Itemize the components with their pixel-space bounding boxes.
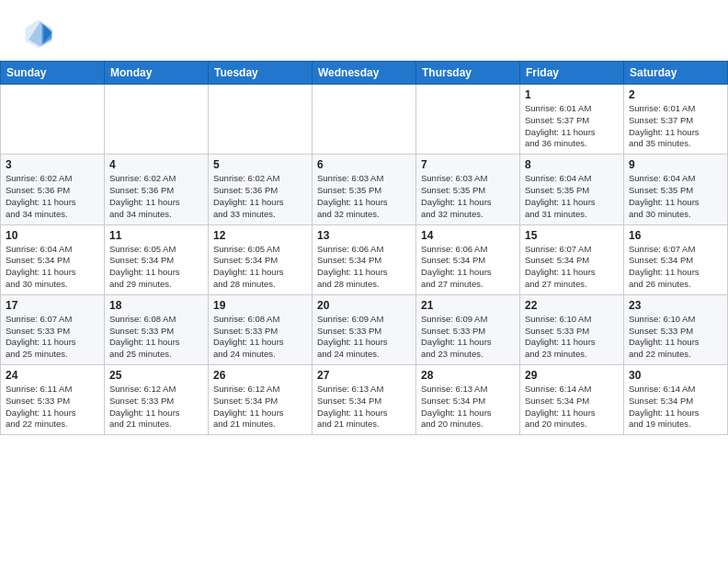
day-number: 6 <box>317 158 411 171</box>
day-number: 24 <box>6 369 99 382</box>
day-info: Sunrise: 6:05 AM Sunset: 5:34 PM Dayligh… <box>109 244 203 291</box>
day-info: Sunrise: 6:13 AM Sunset: 5:34 PM Dayligh… <box>421 384 515 431</box>
calendar-cell: 2Sunrise: 6:01 AM Sunset: 5:37 PM Daylig… <box>624 85 728 155</box>
day-number: 12 <box>213 229 307 242</box>
logo <box>22 17 59 50</box>
day-info: Sunrise: 6:03 AM Sunset: 5:35 PM Dayligh… <box>421 173 515 220</box>
calendar-cell: 17Sunrise: 6:07 AM Sunset: 5:33 PM Dayli… <box>1 294 105 364</box>
day-info: Sunrise: 6:14 AM Sunset: 5:34 PM Dayligh… <box>629 384 722 431</box>
day-number: 10 <box>6 229 99 242</box>
calendar-cell <box>416 85 520 155</box>
day-info: Sunrise: 6:12 AM Sunset: 5:33 PM Dayligh… <box>109 384 203 431</box>
day-number: 16 <box>629 229 722 242</box>
calendar-cell: 29Sunrise: 6:14 AM Sunset: 5:34 PM Dayli… <box>520 365 624 435</box>
day-info: Sunrise: 6:13 AM Sunset: 5:34 PM Dayligh… <box>317 384 411 431</box>
calendar-cell: 6Sunrise: 6:03 AM Sunset: 5:35 PM Daylig… <box>313 155 416 224</box>
calendar-cell: 21Sunrise: 6:09 AM Sunset: 5:33 PM Dayli… <box>416 294 520 364</box>
calendar-day-header: Saturday <box>624 62 728 85</box>
day-number: 1 <box>525 88 619 101</box>
day-number: 2 <box>629 88 722 101</box>
day-info: Sunrise: 6:02 AM Sunset: 5:36 PM Dayligh… <box>109 173 203 220</box>
day-number: 13 <box>317 229 411 242</box>
day-info: Sunrise: 6:10 AM Sunset: 5:33 PM Dayligh… <box>629 314 722 361</box>
calendar-cell: 27Sunrise: 6:13 AM Sunset: 5:34 PM Dayli… <box>313 365 416 435</box>
calendar-cell <box>105 85 209 155</box>
calendar-cell: 28Sunrise: 6:13 AM Sunset: 5:34 PM Dayli… <box>416 365 520 435</box>
day-number: 20 <box>317 299 411 312</box>
day-info: Sunrise: 6:12 AM Sunset: 5:34 PM Dayligh… <box>213 384 307 431</box>
logo-icon <box>22 17 55 50</box>
day-info: Sunrise: 6:03 AM Sunset: 5:35 PM Dayligh… <box>317 173 411 220</box>
calendar-cell: 13Sunrise: 6:06 AM Sunset: 5:34 PM Dayli… <box>313 224 416 294</box>
calendar-day-header: Sunday <box>1 62 105 85</box>
calendar-cell: 9Sunrise: 6:04 AM Sunset: 5:35 PM Daylig… <box>624 155 728 224</box>
day-number: 14 <box>421 229 515 242</box>
day-info: Sunrise: 6:14 AM Sunset: 5:34 PM Dayligh… <box>525 384 619 431</box>
calendar-day-header: Monday <box>105 62 209 85</box>
day-info: Sunrise: 6:08 AM Sunset: 5:33 PM Dayligh… <box>109 314 203 361</box>
day-info: Sunrise: 6:07 AM Sunset: 5:34 PM Dayligh… <box>629 244 722 291</box>
day-number: 30 <box>629 369 722 382</box>
calendar-week-row: 24Sunrise: 6:11 AM Sunset: 5:33 PM Dayli… <box>1 365 728 435</box>
day-number: 29 <box>525 369 619 382</box>
day-info: Sunrise: 6:11 AM Sunset: 5:33 PM Dayligh… <box>6 384 99 431</box>
day-info: Sunrise: 6:09 AM Sunset: 5:33 PM Dayligh… <box>421 314 515 361</box>
day-info: Sunrise: 6:07 AM Sunset: 5:34 PM Dayligh… <box>525 244 619 291</box>
calendar-cell: 14Sunrise: 6:06 AM Sunset: 5:34 PM Dayli… <box>416 224 520 294</box>
day-info: Sunrise: 6:01 AM Sunset: 5:37 PM Dayligh… <box>629 103 722 150</box>
day-number: 21 <box>421 299 515 312</box>
day-info: Sunrise: 6:04 AM Sunset: 5:34 PM Dayligh… <box>6 244 99 291</box>
day-number: 5 <box>213 158 307 171</box>
day-number: 22 <box>525 299 619 312</box>
calendar-cell: 3Sunrise: 6:02 AM Sunset: 5:36 PM Daylig… <box>1 155 105 224</box>
day-info: Sunrise: 6:04 AM Sunset: 5:35 PM Dayligh… <box>525 173 619 220</box>
calendar-cell: 4Sunrise: 6:02 AM Sunset: 5:36 PM Daylig… <box>105 155 209 224</box>
day-number: 3 <box>6 158 99 171</box>
calendar-cell: 25Sunrise: 6:12 AM Sunset: 5:33 PM Dayli… <box>105 365 209 435</box>
day-info: Sunrise: 6:07 AM Sunset: 5:33 PM Dayligh… <box>6 314 99 361</box>
day-number: 26 <box>213 369 307 382</box>
day-info: Sunrise: 6:10 AM Sunset: 5:33 PM Dayligh… <box>525 314 619 361</box>
calendar-table: SundayMondayTuesdayWednesdayThursdayFrid… <box>0 61 728 435</box>
day-info: Sunrise: 6:04 AM Sunset: 5:35 PM Dayligh… <box>629 173 722 220</box>
day-info: Sunrise: 6:06 AM Sunset: 5:34 PM Dayligh… <box>317 244 411 291</box>
calendar-header-row: SundayMondayTuesdayWednesdayThursdayFrid… <box>1 62 728 85</box>
calendar-cell: 18Sunrise: 6:08 AM Sunset: 5:33 PM Dayli… <box>105 294 209 364</box>
day-number: 27 <box>317 369 411 382</box>
day-info: Sunrise: 6:08 AM Sunset: 5:33 PM Dayligh… <box>213 314 307 361</box>
calendar-day-header: Thursday <box>416 62 520 85</box>
page: SundayMondayTuesdayWednesdayThursdayFrid… <box>0 0 728 563</box>
calendar-cell: 24Sunrise: 6:11 AM Sunset: 5:33 PM Dayli… <box>1 365 105 435</box>
day-number: 15 <box>525 229 619 242</box>
day-info: Sunrise: 6:02 AM Sunset: 5:36 PM Dayligh… <box>213 173 307 220</box>
calendar-day-header: Tuesday <box>209 62 313 85</box>
day-info: Sunrise: 6:06 AM Sunset: 5:34 PM Dayligh… <box>421 244 515 291</box>
calendar-cell: 23Sunrise: 6:10 AM Sunset: 5:33 PM Dayli… <box>624 294 728 364</box>
calendar-day-header: Friday <box>520 62 624 85</box>
calendar-cell: 7Sunrise: 6:03 AM Sunset: 5:35 PM Daylig… <box>416 155 520 224</box>
calendar-week-row: 10Sunrise: 6:04 AM Sunset: 5:34 PM Dayli… <box>1 224 728 294</box>
day-number: 23 <box>629 299 722 312</box>
calendar-cell: 16Sunrise: 6:07 AM Sunset: 5:34 PM Dayli… <box>624 224 728 294</box>
calendar-cell: 5Sunrise: 6:02 AM Sunset: 5:36 PM Daylig… <box>209 155 313 224</box>
day-number: 7 <box>421 158 515 171</box>
calendar-week-row: 3Sunrise: 6:02 AM Sunset: 5:36 PM Daylig… <box>1 155 728 224</box>
day-number: 11 <box>109 229 203 242</box>
day-number: 4 <box>109 158 203 171</box>
calendar-cell: 8Sunrise: 6:04 AM Sunset: 5:35 PM Daylig… <box>520 155 624 224</box>
calendar-cell: 30Sunrise: 6:14 AM Sunset: 5:34 PM Dayli… <box>624 365 728 435</box>
day-number: 28 <box>421 369 515 382</box>
calendar-cell: 15Sunrise: 6:07 AM Sunset: 5:34 PM Dayli… <box>520 224 624 294</box>
day-number: 9 <box>629 158 722 171</box>
calendar-cell <box>1 85 105 155</box>
day-number: 19 <box>213 299 307 312</box>
day-info: Sunrise: 6:02 AM Sunset: 5:36 PM Dayligh… <box>6 173 99 220</box>
calendar-cell: 22Sunrise: 6:10 AM Sunset: 5:33 PM Dayli… <box>520 294 624 364</box>
day-number: 25 <box>109 369 203 382</box>
calendar-cell: 26Sunrise: 6:12 AM Sunset: 5:34 PM Dayli… <box>209 365 313 435</box>
calendar-cell: 11Sunrise: 6:05 AM Sunset: 5:34 PM Dayli… <box>105 224 209 294</box>
calendar-cell: 19Sunrise: 6:08 AM Sunset: 5:33 PM Dayli… <box>209 294 313 364</box>
calendar-cell <box>209 85 313 155</box>
day-number: 17 <box>6 299 99 312</box>
day-info: Sunrise: 6:01 AM Sunset: 5:37 PM Dayligh… <box>525 103 619 150</box>
